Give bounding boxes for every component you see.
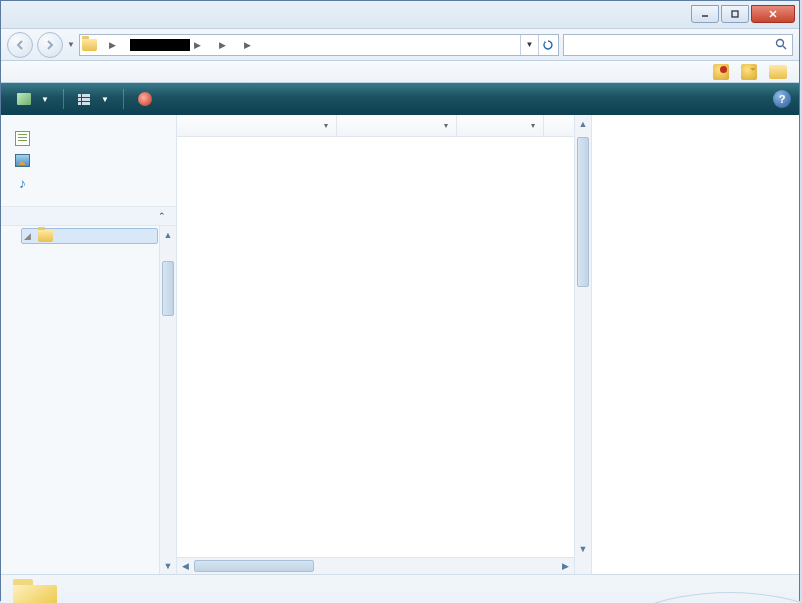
vertical-scrollbar[interactable]: ▲ ▼ bbox=[574, 115, 591, 574]
search-input[interactable] bbox=[564, 39, 770, 51]
svg-point-4 bbox=[776, 40, 783, 47]
scroll-up-icon[interactable]: ▲ bbox=[160, 226, 176, 243]
svg-line-5 bbox=[783, 46, 786, 49]
organize-button[interactable]: ▼ bbox=[9, 90, 57, 108]
scroll-right-icon[interactable]: ▶ bbox=[557, 558, 574, 574]
nav-row: ▼ ▶ ▶ ▶ ▶ ▼ bbox=[1, 29, 799, 61]
refresh-button[interactable] bbox=[538, 35, 556, 55]
scroll-down-icon[interactable]: ▼ bbox=[160, 557, 176, 574]
music-icon: ♪ bbox=[15, 175, 30, 190]
scroll-up-icon[interactable]: ▲ bbox=[575, 115, 591, 132]
close-button[interactable] bbox=[751, 5, 795, 23]
folder-tree: ◢ ▲ ▼ bbox=[1, 226, 176, 574]
tree-scrollbar[interactable]: ▲ ▼ bbox=[159, 226, 176, 574]
chevron-down-icon[interactable]: ▾ bbox=[444, 121, 448, 130]
scroll-thumb[interactable] bbox=[162, 261, 174, 316]
open-close-psd-button[interactable] bbox=[769, 64, 791, 80]
column-headers: ▾ ▾ ▾ bbox=[177, 115, 574, 137]
status-bar bbox=[1, 574, 799, 603]
lock-icon bbox=[713, 64, 729, 80]
folders-header[interactable]: ⌃ bbox=[1, 206, 176, 226]
tree-item-root[interactable]: ◢ bbox=[21, 228, 158, 244]
favorites-header bbox=[1, 115, 176, 127]
column-date[interactable]: ▾ bbox=[337, 115, 457, 136]
explorer-window: ▼ ▶ ▶ ▶ ▶ ▼ bbox=[0, 0, 800, 601]
decrypt-file-button[interactable] bbox=[741, 64, 761, 80]
favorites-more[interactable] bbox=[1, 194, 176, 206]
nav-history-dropdown[interactable]: ▼ bbox=[67, 40, 75, 49]
column-type[interactable]: ▾ bbox=[457, 115, 544, 136]
chevron-down-icon[interactable]: ▾ bbox=[531, 121, 535, 130]
navigation-pane: ♪ ⌃ ◢ ▲ ▼ bbox=[1, 115, 177, 574]
help-button[interactable]: ? bbox=[773, 90, 791, 108]
maximize-button[interactable] bbox=[721, 5, 749, 23]
views-icon bbox=[78, 94, 91, 105]
menu-tools[interactable] bbox=[61, 69, 81, 75]
column-name[interactable]: ▾ bbox=[177, 115, 337, 136]
burn-button[interactable] bbox=[130, 89, 165, 109]
menu-help[interactable] bbox=[81, 69, 101, 75]
menu-edit[interactable] bbox=[21, 69, 41, 75]
command-toolbar: ▼ ▼ ? bbox=[1, 83, 799, 115]
scroll-thumb[interactable] bbox=[577, 137, 589, 287]
pictures-icon bbox=[15, 154, 30, 167]
search-box[interactable] bbox=[563, 34, 793, 56]
minimize-button[interactable] bbox=[691, 5, 719, 23]
menu-view[interactable] bbox=[41, 69, 61, 75]
chevron-down-icon[interactable]: ▾ bbox=[324, 121, 328, 130]
favorite-pictures[interactable] bbox=[1, 150, 176, 171]
views-button[interactable]: ▼ bbox=[70, 91, 117, 108]
folder-icon bbox=[82, 39, 97, 51]
breadcrumb-seg[interactable]: ▶ bbox=[234, 38, 257, 52]
address-bar[interactable]: ▶ ▶ ▶ ▶ ▼ bbox=[79, 34, 559, 56]
back-button[interactable] bbox=[7, 32, 33, 58]
forward-button[interactable] bbox=[37, 32, 63, 58]
psd-icon bbox=[769, 65, 787, 79]
breadcrumb-seg-redacted[interactable]: ▶ bbox=[124, 37, 207, 53]
folder-icon bbox=[38, 230, 53, 242]
folder-large-icon bbox=[13, 585, 57, 604]
favorite-documents[interactable] bbox=[1, 127, 176, 150]
preview-pane bbox=[591, 115, 799, 574]
favorite-music[interactable]: ♪ bbox=[1, 171, 176, 194]
encrypt-file-button[interactable] bbox=[713, 64, 733, 80]
menu-file[interactable] bbox=[1, 69, 21, 75]
documents-icon bbox=[15, 131, 30, 146]
scroll-left-icon[interactable]: ◀ bbox=[177, 558, 194, 574]
menu-bar bbox=[1, 61, 799, 83]
scroll-down-icon[interactable]: ▼ bbox=[575, 540, 591, 557]
file-list: ▾ ▾ ▾ ◀ ▶ bbox=[177, 115, 574, 574]
titlebar[interactable] bbox=[1, 1, 799, 29]
decorative-swoosh bbox=[579, 574, 799, 603]
svg-rect-1 bbox=[732, 11, 738, 17]
scroll-thumb[interactable] bbox=[194, 560, 314, 572]
search-icon[interactable] bbox=[770, 38, 792, 51]
horizontal-scrollbar[interactable]: ◀ ▶ bbox=[177, 557, 574, 574]
address-dropdown[interactable]: ▼ bbox=[520, 35, 538, 55]
burn-icon bbox=[138, 92, 152, 106]
unlock-icon bbox=[741, 64, 757, 80]
organize-icon bbox=[17, 93, 31, 105]
breadcrumb-seg[interactable]: ▶ bbox=[99, 38, 122, 52]
breadcrumb-seg[interactable]: ▶ bbox=[209, 38, 232, 52]
chevron-up-icon: ⌃ bbox=[158, 211, 166, 221]
